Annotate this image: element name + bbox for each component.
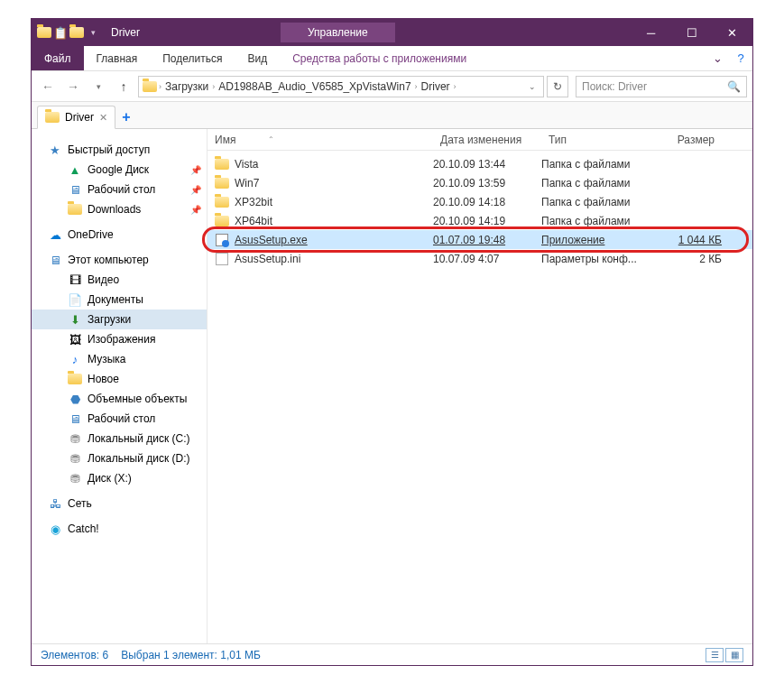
- file-list[interactable]: Vista20.10.09 13:44Папка с файламиWin720…: [208, 151, 752, 643]
- nav-item[interactable]: 🖼Изображения: [32, 329, 207, 349]
- folder-tab[interactable]: Driver ✕: [37, 106, 115, 129]
- back-button[interactable]: ←: [37, 76, 59, 97]
- search-icon[interactable]: 🔍: [727, 80, 741, 93]
- help-icon[interactable]: ?: [729, 46, 752, 70]
- minimize-button[interactable]: ─: [631, 19, 671, 46]
- cloud-icon: ☁: [48, 227, 62, 242]
- nav-item[interactable]: 🎞Видео: [32, 270, 207, 290]
- breadcrumb-item[interactable]: AD1988AB_Audio_V6585_XpVistaWin7: [217, 80, 412, 93]
- folder-icon: [143, 79, 157, 94]
- chevron-right-icon[interactable]: ›: [415, 82, 418, 91]
- file-row[interactable]: XP32bit20.10.09 14:18Папка с файлами: [208, 192, 752, 211]
- contextual-tab-header[interactable]: Управление: [281, 23, 395, 42]
- status-bar: Элементов: 6 Выбран 1 элемент: 1,01 МБ ☰…: [32, 643, 752, 665]
- qat-icon[interactable]: 📋: [53, 25, 68, 40]
- file-row[interactable]: XP64bit20.10.09 14:19Папка с файлами: [208, 211, 752, 230]
- new-tab-button[interactable]: +: [115, 106, 137, 128]
- tab-strip: Driver ✕ +: [32, 102, 752, 129]
- breadcrumb-item[interactable]: Driver: [420, 80, 452, 93]
- explorer-window: 📋 ▾ Driver Управление ─ ☐ ✕ Файл Главная…: [31, 18, 753, 666]
- status-selection: Выбран 1 элемент: 1,01 МБ: [121, 649, 261, 661]
- nav-quick-access[interactable]: ★Быстрый доступ: [32, 140, 207, 160]
- file-row[interactable]: Win720.10.09 13:59Папка с файлами: [208, 173, 752, 192]
- window-title: Driver: [106, 26, 145, 39]
- nav-item[interactable]: Downloads📌: [32, 199, 207, 219]
- qat-icon[interactable]: [69, 25, 84, 40]
- ribbon-tab-view[interactable]: Вид: [235, 46, 280, 70]
- disk-icon: ⛃: [68, 471, 82, 485]
- nav-item[interactable]: ⬣Объемные объекты: [32, 389, 207, 409]
- folder-icon: [215, 159, 229, 170]
- icons-view-button[interactable]: ▦: [725, 648, 743, 662]
- address-bar[interactable]: › Загрузки › AD1988AB_Audio_V6585_XpVist…: [138, 76, 544, 97]
- refresh-button[interactable]: ↻: [547, 76, 568, 97]
- file-name: AsusSetup.ini: [235, 253, 300, 265]
- chevron-right-icon[interactable]: ›: [454, 82, 457, 91]
- column-type[interactable]: Тип: [541, 134, 659, 146]
- file-name: Win7: [235, 177, 259, 189]
- nav-item[interactable]: Новое: [32, 369, 207, 389]
- qat-dropdown-icon[interactable]: ▾: [86, 25, 100, 40]
- file-row[interactable]: AsusSetup.ini10.07.09 4:07Параметры конф…: [208, 249, 752, 268]
- nav-item[interactable]: ⛃Диск (X:): [32, 468, 207, 488]
- nav-this-pc[interactable]: 🖥Этот компьютер: [32, 250, 207, 270]
- nav-tree[interactable]: ★Быстрый доступ ▲Google Диск📌 🖥Рабочий с…: [32, 129, 208, 643]
- file-row[interactable]: Vista20.10.09 13:44Папка с файлами: [208, 154, 752, 173]
- nav-item[interactable]: ⛃Локальный диск (D:): [32, 448, 207, 468]
- close-tab-icon[interactable]: ✕: [99, 112, 107, 124]
- column-name[interactable]: Имя⌃: [208, 134, 433, 146]
- folder-icon: [68, 202, 82, 217]
- file-date: 20.10.09 13:59: [433, 177, 541, 189]
- address-dropdown-icon[interactable]: ⌄: [525, 82, 540, 91]
- ribbon-tab-home[interactable]: Главная: [84, 46, 151, 70]
- title-bar: 📋 ▾ Driver Управление ─ ☐ ✕: [32, 19, 752, 46]
- nav-toolbar: ← → ▾ ↑ › Загрузки › AD1988AB_Audio_V658…: [32, 71, 752, 102]
- music-icon: ♪: [68, 352, 82, 366]
- close-button[interactable]: ✕: [712, 19, 752, 46]
- ribbon-tab-share[interactable]: Поделиться: [150, 46, 235, 70]
- disk-icon: ⛃: [68, 451, 82, 466]
- gdrive-icon: ▲: [68, 162, 82, 177]
- nav-item[interactable]: ▲Google Диск📌: [32, 160, 207, 180]
- nav-catch[interactable]: ◉Catch!: [32, 519, 207, 539]
- nav-item[interactable]: 🖥Рабочий стол📌: [32, 180, 207, 199]
- chevron-right-icon[interactable]: ›: [159, 82, 161, 91]
- column-date[interactable]: Дата изменения: [433, 134, 541, 146]
- file-type: Папка с файлами: [541, 215, 659, 227]
- 3d-icon: ⬣: [68, 392, 82, 406]
- file-name: Vista: [235, 158, 258, 171]
- nav-onedrive[interactable]: ☁OneDrive: [32, 225, 207, 245]
- file-type: Параметры конф...: [541, 253, 659, 265]
- disk-icon: ⛃: [68, 431, 82, 446]
- maximize-button[interactable]: ☐: [671, 19, 712, 46]
- details-view-button[interactable]: ☰: [706, 648, 724, 662]
- chevron-right-icon[interactable]: ›: [212, 82, 215, 91]
- file-type: Папка с файлами: [541, 177, 659, 189]
- pin-icon: 📌: [189, 182, 203, 197]
- breadcrumb-item[interactable]: Загрузки: [163, 80, 210, 93]
- up-button[interactable]: ↑: [113, 76, 134, 97]
- column-headers: Имя⌃ Дата изменения Тип Размер: [208, 129, 752, 151]
- recent-dropdown-icon[interactable]: ▾: [88, 76, 109, 97]
- nav-network[interactable]: 🖧Сеть: [32, 494, 207, 513]
- file-row[interactable]: AsusSetup.exe01.07.09 19:48Приложение1 0…: [208, 230, 752, 249]
- ribbon-expand-icon[interactable]: ⌄: [706, 46, 729, 70]
- file-type: Папка с файлами: [541, 196, 659, 208]
- file-type: Приложение: [541, 234, 659, 246]
- file-date: 20.10.09 14:19: [433, 215, 541, 227]
- search-input[interactable]: Поиск: Driver 🔍: [576, 76, 747, 97]
- nav-item[interactable]: 🖥Рабочий стол: [32, 409, 207, 429]
- file-tab[interactable]: Файл: [32, 46, 84, 70]
- pc-icon: 🖥: [48, 253, 62, 267]
- ribbon-tab-app-tools[interactable]: Средства работы с приложениями: [280, 46, 479, 70]
- nav-item[interactable]: ⛃Локальный диск (C:): [32, 429, 207, 448]
- status-count: Элементов: 6: [41, 649, 108, 661]
- file-name: AsusSetup.exe: [235, 234, 308, 246]
- folder-icon: [68, 372, 82, 386]
- nav-downloads[interactable]: ⬇Загрузки: [32, 310, 207, 329]
- view-buttons: ☰ ▦: [706, 648, 743, 662]
- column-size[interactable]: Размер: [659, 134, 722, 146]
- forward-button[interactable]: →: [62, 76, 84, 97]
- nav-item[interactable]: 📄Документы: [32, 290, 207, 310]
- nav-item[interactable]: ♪Музыка: [32, 349, 207, 369]
